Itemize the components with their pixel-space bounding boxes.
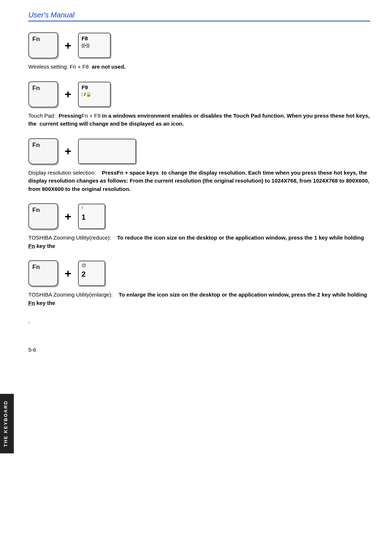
text-display-bold: PressFn + space keys to change the displ… [28, 170, 369, 192]
text-wireless-bold: are not used. [92, 64, 126, 70]
sidebar-label: The Keyboard [0, 394, 14, 453]
key-row-wireless: Fn + F8 ((•)) [28, 32, 370, 58]
text-touchpad-bold1: Pressing [58, 113, 81, 119]
key-f8-label: F8 [82, 35, 88, 42]
key-f9-icon: □/🔒 [82, 91, 91, 97]
section-display: Fn + Display resolution selection: Press… [28, 138, 370, 193]
key-1-top: ! [82, 206, 83, 211]
section-wireless: Fn + F8 ((•)) Wireless setting: Fn + F8 … [28, 32, 370, 71]
text-zoom-reduce: TOSHIBA Zooming Utility(reduce): To redu… [28, 234, 370, 250]
key-row-display: Fn + [28, 138, 370, 164]
main-content: User's Manual Fn + F8 ((•)) Wireless set… [14, 0, 392, 555]
key-row-zoom-reduce: Fn + ! 1 [28, 203, 370, 229]
plus-touchpad: + [65, 87, 72, 101]
sidebar-tab: The Keyboard [0, 0, 14, 555]
plus-display: + [65, 144, 72, 158]
key-space [78, 139, 136, 164]
key-1: ! 1 [78, 204, 105, 229]
text-zoom-reduce-bold: To reduce the icon size on the desktop o… [28, 234, 364, 249]
key-fn-wireless: Fn [28, 32, 58, 58]
text-zoom-enlarge-bold: To enlarge the icon size on the desktop … [28, 291, 367, 306]
key-f8-icon: ((•)) [82, 42, 90, 48]
section-touchpad: Fn + F9 □/🔒 Touch Pad: PressingFn + F9 i… [28, 81, 370, 128]
key-fn-display: Fn [28, 138, 58, 164]
text-touchpad: Touch Pad: PressingFn + F9 in a windows … [28, 112, 370, 128]
page-footer: 5-6 [28, 347, 370, 353]
page-container: The Keyboard User's Manual Fn + F8 ((•))… [0, 0, 392, 555]
section-zoom-reduce: Fn + ! 1 TOSHIBA Zooming Utility(reduce)… [28, 203, 370, 250]
fn-label-disp: Fn [32, 142, 40, 149]
fn-label: Fn [32, 36, 40, 43]
fn-label-ze: Fn [32, 264, 40, 271]
header-rule [28, 21, 370, 21]
text-wireless: Wireless setting: Fn + F8 are not used. [28, 63, 370, 71]
key-fn-zoom-enlarge: Fn [28, 260, 58, 286]
key-fn-zoom-reduce: Fn [28, 203, 58, 229]
key-2-top: @ [82, 263, 86, 268]
key-row-zoom-enlarge: Fn + @ 2 [28, 260, 370, 286]
key-2: @ 2 [78, 261, 105, 286]
page-number: 5-6 [28, 347, 36, 353]
fn-label-zr: Fn [32, 207, 40, 214]
key-row-touchpad: Fn + F9 □/🔒 [28, 81, 370, 107]
key-f9: F9 □/🔒 [78, 82, 111, 107]
plus-zoom-enlarge: + [65, 267, 72, 280]
text-zoom-enlarge: TOSHIBA Zooming Utility(enlarge): To enl… [28, 291, 370, 307]
fn-label-tp: Fn [32, 85, 40, 92]
dot-item: . [28, 317, 370, 325]
header-title: User's Manual [28, 11, 370, 19]
key-fn-touchpad: Fn [28, 81, 58, 107]
section-zoom-enlarge: Fn + @ 2 TOSHIBA Zooming Utility(enlarge… [28, 260, 370, 307]
key-f8: F8 ((•)) [78, 33, 111, 58]
key-1-main: 1 [82, 213, 86, 221]
sidebar-label-text: The Keyboard [3, 400, 8, 447]
plus-zoom-reduce: + [65, 210, 72, 223]
text-display: Display resolution selection: PressFn + … [28, 169, 370, 193]
key-f9-label: F9 [82, 84, 88, 91]
key-2-main: 2 [82, 270, 86, 278]
plus-wireless: + [65, 39, 72, 52]
